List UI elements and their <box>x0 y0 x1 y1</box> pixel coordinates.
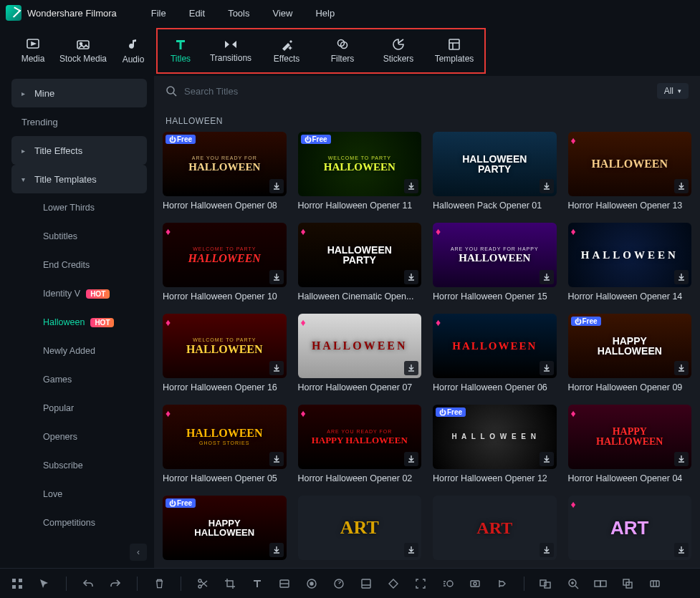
sidebar-item-identity-v[interactable]: Identity VHOT <box>11 279 147 308</box>
sidebar-collapse-button[interactable]: ‹ <box>130 544 147 561</box>
sidebar-item-end-credits[interactable]: End Credits <box>11 251 147 279</box>
menu-view[interactable]: View <box>272 8 292 19</box>
download-button[interactable] <box>404 179 418 193</box>
sidebar: ▸MineTrending▸Title Effects▾Title Templa… <box>0 76 154 568</box>
download-button[interactable] <box>269 452 284 466</box>
multi-icon[interactable] <box>620 577 635 591</box>
download-button[interactable] <box>540 543 554 557</box>
download-button[interactable] <box>404 361 418 375</box>
download-button[interactable] <box>269 361 284 375</box>
download-button[interactable] <box>674 179 689 193</box>
download-button[interactable] <box>269 543 284 557</box>
redo-icon[interactable] <box>108 577 123 591</box>
sidebar-item-title-templates[interactable]: ▾Title Templates <box>11 165 147 193</box>
tab-transitions[interactable]: Transitions <box>203 31 258 71</box>
template-card[interactable]: ART <box>298 496 422 562</box>
text-icon[interactable] <box>250 577 264 591</box>
sidebar-item-popular[interactable]: Popular <box>11 394 147 423</box>
download-button[interactable] <box>540 270 554 284</box>
sidebar-item-openers[interactable]: Openers <box>11 423 147 451</box>
template-card[interactable]: HAPPYHALLOWEEN⏻FreeHorror Halloween Open… <box>568 314 692 395</box>
download-button[interactable] <box>674 361 689 375</box>
template-card[interactable]: HALLOWEENPARTYHalloween Pack Opener 01 <box>433 132 557 213</box>
detach-audio-icon[interactable] <box>277 577 292 591</box>
tab-media[interactable]: Media <box>11 31 54 71</box>
crop-icon[interactable] <box>223 577 237 591</box>
template-thumbnail: HALLOWEEN♦ <box>568 223 692 287</box>
download-button[interactable] <box>269 270 284 284</box>
template-card[interactable]: HALLOWEEN♦Horror Halloween Opener 06 <box>433 314 557 395</box>
download-button[interactable] <box>404 543 418 557</box>
filter-all-dropdown[interactable]: All ▾ <box>657 83 689 99</box>
keyframe-icon[interactable] <box>386 577 401 591</box>
template-card[interactable]: HALLOWEENGHOST STORIES♦Horror Halloween … <box>163 405 287 486</box>
zoom-icon[interactable] <box>566 577 580 591</box>
sidebar-item-love[interactable]: Love <box>11 480 147 508</box>
download-button[interactable] <box>674 270 689 284</box>
sidebar-item-label: Trending <box>21 117 58 127</box>
template-card[interactable]: HALLOWEEN♦Horror Halloween Opener 07 <box>298 314 422 395</box>
sidebar-item-title-effects[interactable]: ▸Title Effects <box>11 136 147 165</box>
template-card[interactable]: ARE YOU READY FOR HAPPYHALLOWEEN♦Horror … <box>433 223 557 304</box>
template-card[interactable]: WELCOME TO PARTYHALLOWEEN⏻FreeHorror Hal… <box>298 132 422 213</box>
undo-icon[interactable] <box>81 577 95 591</box>
tab-templates[interactable]: Templates <box>427 31 481 71</box>
color-icon[interactable] <box>359 577 373 591</box>
sidebar-item-subtitles[interactable]: Subtitles <box>11 222 147 251</box>
template-card[interactable]: H A L L O W E E N⏻FreeHorror Halloween O… <box>433 405 557 486</box>
template-card[interactable]: WELCOME TO PARTYHALLOWEEN♦Horror Hallowe… <box>163 223 287 304</box>
template-card[interactable]: ART♦ <box>568 496 692 562</box>
template-card[interactable]: HALLOWEEN♦Horror Halloween Opener 14 <box>568 223 692 304</box>
template-card[interactable]: WELCOME TO PARTYHALLOWEEN♦Horror Hallowe… <box>163 314 287 395</box>
download-button[interactable] <box>269 179 284 193</box>
template-card[interactable]: HALLOWEEN♦Horror Halloween Opener 13 <box>568 132 692 213</box>
menu-file[interactable]: File <box>151 8 166 19</box>
tab-stock-media[interactable]: Stock Media <box>56 31 110 71</box>
sidebar-item-newly-added[interactable]: Newly Added <box>11 337 147 365</box>
tab-stickers[interactable]: Stickers <box>371 31 426 71</box>
menu-tools[interactable]: Tools <box>228 8 249 19</box>
tab-effects[interactable]: Effects <box>259 31 314 71</box>
tab-titles[interactable]: Titles <box>159 31 202 71</box>
menu-help[interactable]: Help <box>315 8 335 19</box>
sidebar-item-halloween[interactable]: HalloweenHOT <box>11 308 147 337</box>
template-title: Horror Halloween Opener 16 <box>163 382 287 392</box>
sidebar-item-competitions[interactable]: Competitions <box>11 508 147 537</box>
download-button[interactable] <box>404 452 418 466</box>
tab-audio[interactable]: Audio <box>112 31 155 71</box>
motion-icon[interactable] <box>441 577 455 591</box>
download-button[interactable] <box>540 452 554 466</box>
mask-icon[interactable] <box>468 577 482 591</box>
scissors-icon[interactable] <box>196 577 210 591</box>
tab-filters[interactable]: Filters <box>315 31 370 71</box>
delete-icon[interactable] <box>152 577 166 591</box>
marker-icon[interactable] <box>495 577 509 591</box>
cursor-icon[interactable] <box>37 577 52 591</box>
download-button[interactable] <box>674 543 689 557</box>
download-button[interactable] <box>404 270 418 284</box>
download-button[interactable] <box>540 179 554 193</box>
tracking-icon[interactable] <box>593 577 608 591</box>
sidebar-item-lower-thirds[interactable]: Lower Thirds <box>11 193 147 222</box>
menu-edit[interactable]: Edit <box>189 8 205 19</box>
template-card[interactable]: HALLOWEENPARTY♦Halloween Cinematic Open.… <box>298 223 422 304</box>
group-icon[interactable] <box>539 577 553 591</box>
template-card[interactable]: ARE YOU READY FORHALLOWEEN⏻FreeHorror Ha… <box>163 132 287 213</box>
record-icon[interactable] <box>305 577 319 591</box>
compound-icon[interactable] <box>648 577 662 591</box>
grid-icon[interactable] <box>10 577 24 591</box>
template-card[interactable]: ART <box>433 496 557 562</box>
content-pane: All ▾ HALLOWEEN ARE YOU READY FORHALLOWE… <box>154 76 700 568</box>
scan-icon[interactable] <box>413 577 428 591</box>
template-card[interactable]: ARE YOU READY FORHAPPY HALLOWEEN♦Horror … <box>298 405 422 486</box>
template-card[interactable]: HAPPYHALLOWEEN♦Horror Halloween Opener 0… <box>568 405 692 486</box>
speed-icon[interactable] <box>332 577 346 591</box>
download-button[interactable] <box>674 452 689 466</box>
template-card[interactable]: HAPPYHALLOWEEN⏻Free <box>163 496 287 562</box>
sidebar-item-trending[interactable]: Trending <box>11 107 147 136</box>
sidebar-item-mine[interactable]: ▸Mine <box>11 79 147 107</box>
sidebar-item-games[interactable]: Games <box>11 365 147 394</box>
search-input[interactable] <box>184 86 657 97</box>
sidebar-item-subscribe[interactable]: Subscribe <box>11 451 147 480</box>
download-button[interactable] <box>540 361 554 375</box>
